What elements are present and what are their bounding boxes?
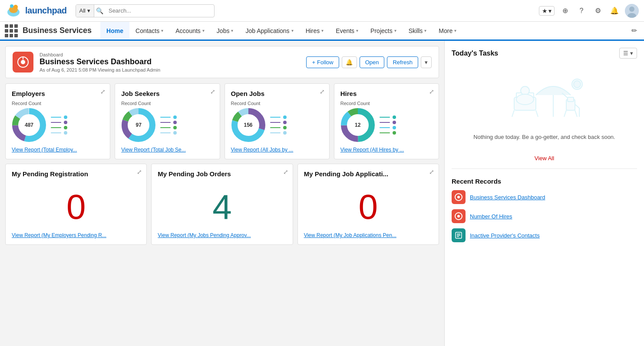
avatar-image: [625, 4, 639, 18]
svg-point-8: [21, 60, 25, 64]
recent-records-title: Recent Records: [452, 178, 637, 185]
pending-job-applications-card: My Pending Job Applicati... ⤢ 0 View Rep…: [297, 164, 439, 245]
nav-item-skills[interactable]: Skills ▾: [403, 22, 433, 41]
hires-card-content: 12: [340, 108, 433, 142]
svg-line-44: [575, 110, 577, 117]
favorites-button[interactable]: ★ ▾: [539, 6, 555, 16]
open-jobs-legend: [270, 115, 323, 135]
nav-item-contacts[interactable]: Contacts ▾: [129, 22, 169, 41]
pending-registration-view-report-link[interactable]: View Report (My Employers Pending R...: [12, 232, 140, 238]
search-magnifier-icon: 🔍: [94, 7, 105, 14]
pending-job-orders-view-report-link[interactable]: View Report (My Jobs Pending Approv...: [158, 232, 286, 238]
js-legend-1: [160, 115, 213, 119]
help-button[interactable]: ?: [575, 5, 588, 17]
refresh-button[interactable]: Refresh: [387, 56, 418, 68]
tasks-filter-button[interactable]: ☰ ▾: [619, 48, 637, 59]
nav-label-more: More: [439, 27, 452, 34]
open-jobs-card: Open Jobs ⤢ Record Count 156: [225, 83, 330, 159]
pending-job-orders-expand-icon[interactable]: ⤢: [283, 168, 288, 175]
open-button[interactable]: Open: [360, 56, 385, 68]
nav-item-home[interactable]: Home: [100, 22, 129, 41]
pending-job-applications-view-report-link[interactable]: View Report (My Job Applications Pen...: [304, 232, 433, 238]
job-seekers-center-value: 97: [136, 122, 142, 128]
employers-donut: 487: [12, 108, 46, 142]
job-seekers-card: Job Seekers ⤢ Record Count 97: [115, 83, 220, 159]
nav-label-home: Home: [106, 27, 123, 34]
nav-item-hires[interactable]: Hires ▾: [300, 22, 330, 41]
employers-expand-icon[interactable]: ⤢: [100, 88, 106, 95]
employers-view-report-link[interactable]: View Report (Total Employ...: [12, 147, 104, 153]
open-jobs-view-report-link[interactable]: View Report (All Jobs by ...: [231, 147, 323, 153]
h-legend-4: [380, 131, 433, 135]
notifications-icon[interactable]: 🔔: [608, 5, 621, 17]
open-jobs-expand-icon[interactable]: ⤢: [320, 88, 325, 95]
employers-legend: [51, 115, 104, 135]
avatar[interactable]: [625, 4, 639, 18]
hires-expand-icon[interactable]: ⤢: [429, 88, 434, 95]
tasks-panel-title: Today's Tasks: [452, 49, 498, 57]
svg-point-46: [574, 81, 581, 88]
settings-icon[interactable]: ⚙: [592, 5, 604, 17]
share-button[interactable]: 🔔: [342, 56, 357, 68]
dashboard-header: Dashboard Business Services Dashboard As…: [5, 46, 439, 78]
svg-point-48: [457, 196, 460, 198]
hires-card-title: Hires: [340, 90, 433, 97]
employers-card-title: Employers: [12, 90, 104, 97]
nav-item-projects[interactable]: Projects ▾: [364, 22, 403, 41]
recent-record-link-2[interactable]: Inactive Provider's Contacts: [470, 232, 540, 239]
pending-job-applications-expand-icon[interactable]: ⤢: [429, 168, 434, 175]
nav-item-job-applications[interactable]: Job Applications ▾: [239, 22, 299, 41]
recent-record-1[interactable]: Number Of Hires: [452, 209, 637, 223]
pending-job-orders-title: My Pending Job Orders: [158, 170, 286, 178]
accounts-chevron: ▾: [202, 28, 205, 33]
job-seekers-card-title: Job Seekers: [121, 90, 213, 97]
follow-button[interactable]: + Follow: [306, 56, 339, 68]
legend-dot-4: [64, 131, 67, 135]
panel-separator: [452, 168, 637, 169]
recent-record-2[interactable]: Inactive Provider's Contacts: [452, 228, 637, 242]
employers-card: Employers ⤢ Record Count 487: [5, 83, 110, 159]
svg-point-2: [13, 5, 18, 9]
search-input[interactable]: [105, 7, 214, 14]
row1-cards: Employers ⤢ Record Count 487: [5, 83, 439, 159]
add-button[interactable]: ⊕: [559, 5, 571, 17]
oj-legend-3: [270, 126, 323, 129]
nav-item-jobs[interactable]: Jobs ▾: [211, 22, 240, 41]
hires-chevron: ▾: [321, 28, 324, 33]
hires-view-report-link[interactable]: View Report (All Hires by ...: [340, 147, 433, 153]
recent-record-link-1[interactable]: Number Of Hires: [470, 213, 512, 220]
empty-tasks-message: Nothing due today. Be a go-getter, and c…: [460, 134, 628, 140]
pending-registration-expand-icon[interactable]: ⤢: [137, 168, 142, 175]
more-actions-button[interactable]: ▾: [421, 56, 432, 68]
job-applications-chevron: ▾: [291, 28, 294, 33]
js-legend-3: [160, 126, 213, 129]
hires-record-count-label: Record Count: [340, 101, 433, 106]
nav-items: Home Contacts ▾ Accounts ▾ Jobs ▾ Job Ap…: [100, 22, 462, 40]
legend-line-1: [51, 117, 61, 118]
job-seekers-legend: [160, 115, 213, 135]
dashboard-icon: [13, 52, 33, 72]
job-seekers-view-report-link[interactable]: View Report (Total Job Se...: [121, 147, 213, 153]
recent-record-icon-2: [452, 228, 466, 242]
legend-line-2: [51, 122, 61, 123]
view-all-tasks-link[interactable]: View All: [452, 155, 637, 161]
nav-item-accounts[interactable]: Accounts ▾: [169, 22, 211, 41]
search-filter-dropdown[interactable]: All ▾: [76, 5, 94, 17]
legend-dot-3: [64, 126, 67, 129]
nav-item-more[interactable]: More ▾: [433, 22, 462, 41]
open-jobs-donut: 156: [231, 108, 266, 142]
open-label: Open: [365, 59, 379, 66]
nav-label-hires: Hires: [306, 27, 320, 34]
recent-record-link-0[interactable]: Business Services Dashboard: [470, 194, 545, 201]
app-grid-button[interactable]: [3, 23, 19, 39]
nav-item-events[interactable]: Events ▾: [330, 22, 364, 41]
open-jobs-center-value: 156: [244, 122, 252, 128]
empty-tasks-area: Nothing due today. Be a go-getter, and c…: [452, 65, 637, 149]
dropdown-chevron-icon: ▾: [425, 59, 428, 66]
edit-nav-icon[interactable]: ✏: [628, 26, 641, 35]
nav-label-accounts: Accounts: [175, 27, 201, 34]
recent-record-0[interactable]: Business Services Dashboard: [452, 190, 637, 204]
job-seekers-expand-icon[interactable]: ⤢: [210, 88, 215, 95]
search-filter-label: All: [79, 7, 86, 14]
open-jobs-card-title: Open Jobs: [231, 90, 323, 97]
